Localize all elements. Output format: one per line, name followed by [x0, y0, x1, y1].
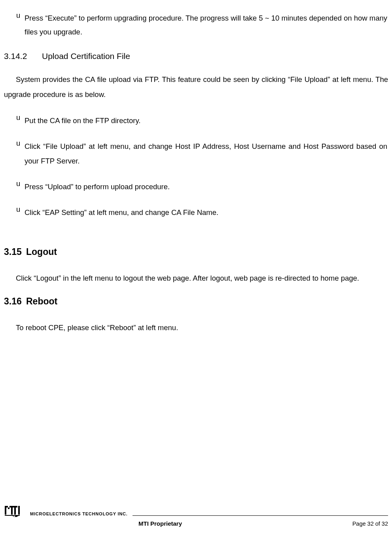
svg-rect-5: [14, 507, 16, 515]
svg-rect-2: [8, 507, 9, 509]
bullet-glyph: u: [4, 205, 21, 220]
list-item: u Put the CA file on the FTP directory.: [4, 113, 388, 128]
bullet-glyph: u: [4, 179, 21, 194]
bullet-glyph: u: [4, 11, 21, 39]
svg-rect-4: [11, 506, 13, 515]
heading-title: Upload Certification File: [42, 51, 130, 61]
list-item: u Click “EAP Setting” at left menu, and …: [4, 205, 388, 220]
company-logo-icon: [4, 504, 27, 519]
bullet-text: Press “Upload” to perform upload procedu…: [21, 179, 388, 194]
paragraph: To reboot CPE, please click “Reboot” at …: [4, 320, 388, 335]
svg-rect-0: [5, 506, 6, 515]
heading-3-16: 3.16Reboot: [4, 296, 388, 307]
bullet-text: Put the CA file on the FTP directory.: [21, 113, 388, 128]
proprietary-label: MTI Proprietary: [138, 520, 182, 527]
heading-number: 3.15: [4, 247, 26, 257]
bullet-text: Click “File Upload” at left menu, and ch…: [21, 139, 388, 168]
heading-title: Reboot: [26, 296, 57, 306]
footer-divider: [133, 515, 388, 516]
bullet-glyph: u: [4, 139, 21, 168]
paragraph: Click “Logout” in the left menu to logou…: [4, 271, 388, 286]
bullet-text: Press “Execute” to perform upgrading pro…: [21, 11, 388, 39]
list-item: u Press “Upload” to perform upload proce…: [4, 179, 388, 194]
bullet-glyph: u: [4, 113, 21, 128]
heading-title: Logout: [26, 247, 57, 257]
heading-3-15: 3.15Logout: [4, 247, 388, 257]
svg-rect-6: [13, 506, 17, 507]
page-number: Page 32 of 32: [352, 521, 388, 527]
svg-rect-7: [18, 506, 20, 515]
page-footer: MICROELECTRONICS TECHNOLOGY INC. MTI Pro…: [4, 504, 388, 527]
svg-rect-1: [6, 506, 8, 507]
list-item: u Click “File Upload” at left menu, and …: [4, 139, 388, 168]
svg-rect-3: [9, 506, 11, 507]
heading-number: 3.16: [4, 296, 26, 307]
heading-3-14-2: 3.14.2Upload Certification File: [4, 51, 388, 61]
company-name: MICROELECTRONICS TECHNOLOGY INC.: [30, 511, 128, 519]
bullet-text: Click “EAP Setting” at left menu, and ch…: [21, 205, 388, 220]
paragraph: System provides the CA file upload via F…: [4, 72, 388, 102]
heading-number: 3.14.2: [4, 51, 42, 61]
list-item: u Press “Execute” to perform upgrading p…: [4, 11, 388, 39]
